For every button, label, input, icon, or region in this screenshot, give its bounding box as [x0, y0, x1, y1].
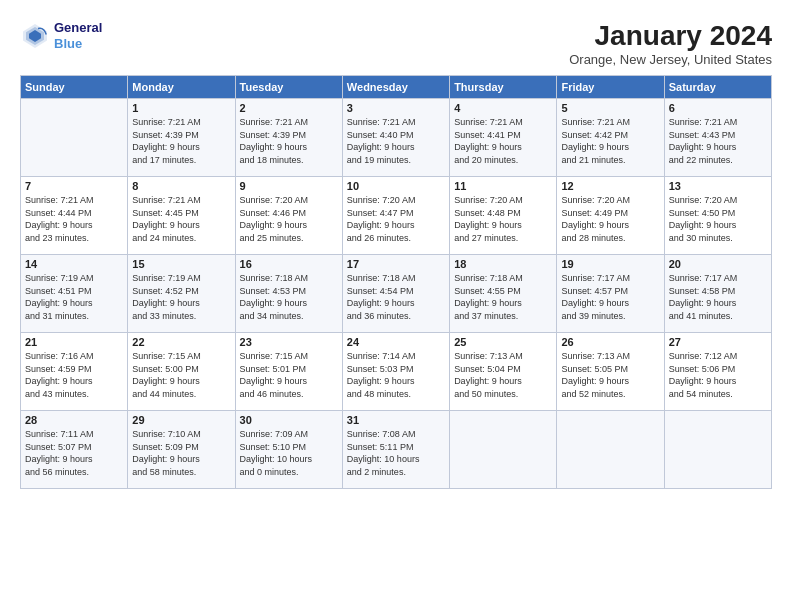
page-title: January 2024 — [569, 20, 772, 52]
calendar-cell — [21, 99, 128, 177]
calendar-week-2: 7Sunrise: 7:21 AMSunset: 4:44 PMDaylight… — [21, 177, 772, 255]
day-number: 24 — [347, 336, 445, 348]
page-subtitle: Orange, New Jersey, United States — [569, 52, 772, 67]
day-number: 11 — [454, 180, 552, 192]
calendar-week-5: 28Sunrise: 7:11 AMSunset: 5:07 PMDayligh… — [21, 411, 772, 489]
cell-content: Sunrise: 7:21 AMSunset: 4:45 PMDaylight:… — [132, 194, 230, 244]
day-number: 28 — [25, 414, 123, 426]
calendar-cell: 3Sunrise: 7:21 AMSunset: 4:40 PMDaylight… — [342, 99, 449, 177]
day-number: 16 — [240, 258, 338, 270]
cell-content: Sunrise: 7:20 AMSunset: 4:47 PMDaylight:… — [347, 194, 445, 244]
calendar-cell: 17Sunrise: 7:18 AMSunset: 4:54 PMDayligh… — [342, 255, 449, 333]
header-wednesday: Wednesday — [342, 76, 449, 99]
calendar-cell: 1Sunrise: 7:21 AMSunset: 4:39 PMDaylight… — [128, 99, 235, 177]
logo: General Blue — [20, 20, 102, 51]
calendar-cell: 18Sunrise: 7:18 AMSunset: 4:55 PMDayligh… — [450, 255, 557, 333]
day-number: 6 — [669, 102, 767, 114]
cell-content: Sunrise: 7:13 AMSunset: 5:05 PMDaylight:… — [561, 350, 659, 400]
day-number: 18 — [454, 258, 552, 270]
day-number: 1 — [132, 102, 230, 114]
logo-line2: Blue — [54, 36, 102, 52]
cell-content: Sunrise: 7:19 AMSunset: 4:51 PMDaylight:… — [25, 272, 123, 322]
day-number: 12 — [561, 180, 659, 192]
title-block: January 2024 Orange, New Jersey, United … — [569, 20, 772, 67]
cell-content: Sunrise: 7:18 AMSunset: 4:54 PMDaylight:… — [347, 272, 445, 322]
cell-content: Sunrise: 7:16 AMSunset: 4:59 PMDaylight:… — [25, 350, 123, 400]
calendar-cell: 8Sunrise: 7:21 AMSunset: 4:45 PMDaylight… — [128, 177, 235, 255]
calendar-cell: 4Sunrise: 7:21 AMSunset: 4:41 PMDaylight… — [450, 99, 557, 177]
day-number: 14 — [25, 258, 123, 270]
logo-text: General Blue — [54, 20, 102, 51]
cell-content: Sunrise: 7:20 AMSunset: 4:50 PMDaylight:… — [669, 194, 767, 244]
header-sunday: Sunday — [21, 76, 128, 99]
cell-content: Sunrise: 7:09 AMSunset: 5:10 PMDaylight:… — [240, 428, 338, 478]
cell-content: Sunrise: 7:21 AMSunset: 4:44 PMDaylight:… — [25, 194, 123, 244]
calendar-cell: 13Sunrise: 7:20 AMSunset: 4:50 PMDayligh… — [664, 177, 771, 255]
cell-content: Sunrise: 7:08 AMSunset: 5:11 PMDaylight:… — [347, 428, 445, 478]
day-number: 3 — [347, 102, 445, 114]
cell-content: Sunrise: 7:21 AMSunset: 4:42 PMDaylight:… — [561, 116, 659, 166]
cell-content: Sunrise: 7:20 AMSunset: 4:46 PMDaylight:… — [240, 194, 338, 244]
calendar-cell: 10Sunrise: 7:20 AMSunset: 4:47 PMDayligh… — [342, 177, 449, 255]
calendar-cell: 16Sunrise: 7:18 AMSunset: 4:53 PMDayligh… — [235, 255, 342, 333]
cell-content: Sunrise: 7:18 AMSunset: 4:55 PMDaylight:… — [454, 272, 552, 322]
calendar-cell: 22Sunrise: 7:15 AMSunset: 5:00 PMDayligh… — [128, 333, 235, 411]
day-number: 5 — [561, 102, 659, 114]
day-number: 8 — [132, 180, 230, 192]
cell-content: Sunrise: 7:14 AMSunset: 5:03 PMDaylight:… — [347, 350, 445, 400]
calendar-cell: 19Sunrise: 7:17 AMSunset: 4:57 PMDayligh… — [557, 255, 664, 333]
calendar-header-row: Sunday Monday Tuesday Wednesday Thursday… — [21, 76, 772, 99]
calendar-cell — [557, 411, 664, 489]
header-thursday: Thursday — [450, 76, 557, 99]
cell-content: Sunrise: 7:13 AMSunset: 5:04 PMDaylight:… — [454, 350, 552, 400]
day-number: 23 — [240, 336, 338, 348]
day-number: 20 — [669, 258, 767, 270]
logo-line1: General — [54, 20, 102, 36]
calendar-cell: 24Sunrise: 7:14 AMSunset: 5:03 PMDayligh… — [342, 333, 449, 411]
day-number: 10 — [347, 180, 445, 192]
cell-content: Sunrise: 7:12 AMSunset: 5:06 PMDaylight:… — [669, 350, 767, 400]
calendar-cell: 28Sunrise: 7:11 AMSunset: 5:07 PMDayligh… — [21, 411, 128, 489]
logo-icon — [20, 21, 50, 51]
day-number: 15 — [132, 258, 230, 270]
cell-content: Sunrise: 7:20 AMSunset: 4:48 PMDaylight:… — [454, 194, 552, 244]
calendar-cell: 5Sunrise: 7:21 AMSunset: 4:42 PMDaylight… — [557, 99, 664, 177]
day-number: 30 — [240, 414, 338, 426]
page: General Blue January 2024 Orange, New Je… — [0, 0, 792, 612]
calendar-cell: 14Sunrise: 7:19 AMSunset: 4:51 PMDayligh… — [21, 255, 128, 333]
cell-content: Sunrise: 7:10 AMSunset: 5:09 PMDaylight:… — [132, 428, 230, 478]
calendar-cell: 9Sunrise: 7:20 AMSunset: 4:46 PMDaylight… — [235, 177, 342, 255]
calendar-cell: 30Sunrise: 7:09 AMSunset: 5:10 PMDayligh… — [235, 411, 342, 489]
calendar-cell: 26Sunrise: 7:13 AMSunset: 5:05 PMDayligh… — [557, 333, 664, 411]
cell-content: Sunrise: 7:15 AMSunset: 5:00 PMDaylight:… — [132, 350, 230, 400]
cell-content: Sunrise: 7:21 AMSunset: 4:41 PMDaylight:… — [454, 116, 552, 166]
calendar-cell: 15Sunrise: 7:19 AMSunset: 4:52 PMDayligh… — [128, 255, 235, 333]
calendar-cell: 29Sunrise: 7:10 AMSunset: 5:09 PMDayligh… — [128, 411, 235, 489]
calendar-cell: 11Sunrise: 7:20 AMSunset: 4:48 PMDayligh… — [450, 177, 557, 255]
cell-content: Sunrise: 7:15 AMSunset: 5:01 PMDaylight:… — [240, 350, 338, 400]
day-number: 27 — [669, 336, 767, 348]
calendar-cell: 25Sunrise: 7:13 AMSunset: 5:04 PMDayligh… — [450, 333, 557, 411]
cell-content: Sunrise: 7:21 AMSunset: 4:43 PMDaylight:… — [669, 116, 767, 166]
calendar-cell: 21Sunrise: 7:16 AMSunset: 4:59 PMDayligh… — [21, 333, 128, 411]
day-number: 22 — [132, 336, 230, 348]
calendar-cell — [450, 411, 557, 489]
calendar-cell: 7Sunrise: 7:21 AMSunset: 4:44 PMDaylight… — [21, 177, 128, 255]
day-number: 26 — [561, 336, 659, 348]
calendar-cell: 31Sunrise: 7:08 AMSunset: 5:11 PMDayligh… — [342, 411, 449, 489]
calendar-week-1: 1Sunrise: 7:21 AMSunset: 4:39 PMDaylight… — [21, 99, 772, 177]
calendar-cell: 27Sunrise: 7:12 AMSunset: 5:06 PMDayligh… — [664, 333, 771, 411]
calendar-cell: 20Sunrise: 7:17 AMSunset: 4:58 PMDayligh… — [664, 255, 771, 333]
calendar-week-3: 14Sunrise: 7:19 AMSunset: 4:51 PMDayligh… — [21, 255, 772, 333]
calendar-cell — [664, 411, 771, 489]
day-number: 4 — [454, 102, 552, 114]
header-friday: Friday — [557, 76, 664, 99]
calendar-table: Sunday Monday Tuesday Wednesday Thursday… — [20, 75, 772, 489]
header-monday: Monday — [128, 76, 235, 99]
day-number: 13 — [669, 180, 767, 192]
header: General Blue January 2024 Orange, New Je… — [20, 20, 772, 67]
day-number: 19 — [561, 258, 659, 270]
day-number: 25 — [454, 336, 552, 348]
calendar-cell: 12Sunrise: 7:20 AMSunset: 4:49 PMDayligh… — [557, 177, 664, 255]
day-number: 7 — [25, 180, 123, 192]
